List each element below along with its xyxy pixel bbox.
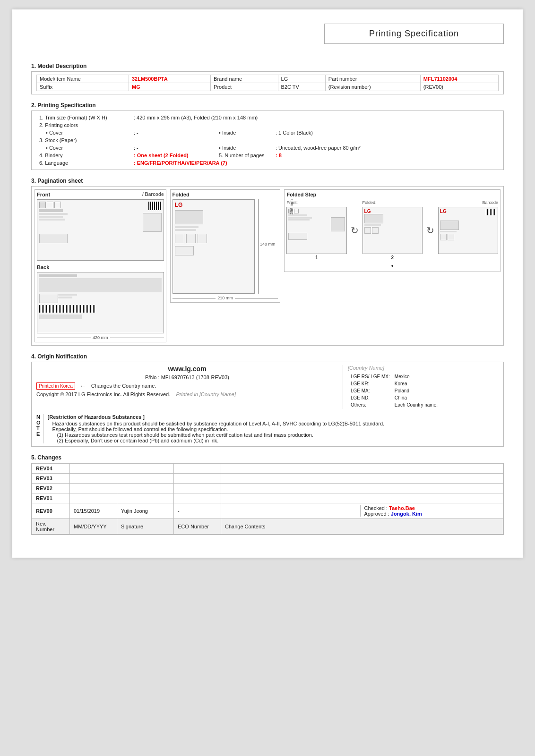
printed-line: Printed in Korea ← Changes the Country n…: [36, 382, 338, 390]
label: Brand name: [211, 75, 278, 83]
table-row: • Cover : - • Inside : Uncoated, wood-fr…: [36, 144, 499, 152]
value: (REV00): [420, 83, 498, 91]
rev00-signature: Yujin Jeong: [117, 503, 174, 519]
website: www.lg.com: [36, 365, 338, 373]
table-row: LGE ND: China: [349, 395, 440, 401]
value: B2C TV: [278, 83, 325, 91]
origin-right: [Country Name] LGE RS/ LGE MX: Mexico LG…: [343, 365, 499, 409]
spec-table: 1. Trim size (Format) (W X H) : 420 mm x…: [36, 114, 499, 167]
table-row: LGE MA: Poland: [349, 388, 440, 394]
front-page-content: [37, 200, 164, 245]
spec-value: : 8: [273, 152, 499, 159]
value: 32LM500BPTA: [129, 75, 210, 83]
approved-by: Jongok. Kim: [391, 511, 422, 517]
spec-value: : -: [131, 129, 216, 136]
rev00-checked-row: Checked : Taeho.Bae: [364, 505, 500, 511]
table-row: Model/Item Name 32LM500BPTA Brand name L…: [37, 75, 499, 83]
origin-main: www.lg.com P/No : MFL69707613 (1708-REV0…: [36, 365, 499, 409]
label: Model/Item Name: [37, 75, 129, 83]
country-code: LGE MA:: [349, 388, 392, 394]
note-letters: N O T E: [36, 414, 44, 443]
copyright: Copyright © 2017 LG Electronics Inc. All…: [36, 391, 170, 397]
table-row-footer: Rev. Number MM/DD/YYYY Signature ECO Num…: [32, 519, 503, 535]
table-row-rev04: REV04: [32, 464, 503, 474]
spec-value: : 420 mm x 296 mm (A3), Folded (210 mm x…: [131, 114, 499, 121]
country-code: Others:: [349, 402, 392, 408]
page-title: Printing Specification: [353, 29, 475, 39]
back-page-content: [37, 272, 164, 321]
spec-item: 1. Trim size (Format) (W X H): [36, 114, 131, 121]
label: Product: [211, 83, 278, 91]
country-code: LGE RS/ LGE MX:: [349, 374, 392, 380]
barcode-graphic: [148, 202, 162, 210]
rev00-approved-row: Approved : Jongok. Kim: [364, 511, 500, 517]
rev03-eco: [174, 474, 221, 484]
rev01-label: REV01: [32, 493, 70, 503]
note-n: N: [36, 414, 41, 420]
barcode-label: / Barcode: [142, 192, 164, 197]
printed-korea: Printed in Korea: [36, 382, 75, 390]
folded-label: Folded: [173, 192, 278, 197]
country-code: LGE KR:: [349, 381, 392, 387]
note-e: E: [36, 431, 41, 437]
step-number-1: 1: [286, 255, 346, 260]
rev04-signature: [117, 464, 174, 474]
country-name: China: [393, 395, 440, 401]
step2-page: LG: [362, 207, 423, 254]
spec-item: • Inside: [216, 144, 273, 152]
value: LG: [278, 75, 325, 83]
changes-table: REV04 REV03 REV02 REV01: [32, 463, 503, 535]
table-row: 3. Stock (Paper): [36, 136, 499, 144]
table-row: 1. Trim size (Format) (W X H) : 420 mm x…: [36, 114, 499, 121]
value: MFL71102004: [420, 75, 498, 83]
title-box: Printing Specification: [324, 24, 504, 44]
rev02-contents: [221, 484, 503, 493]
country-name: Each Country name.: [393, 402, 440, 408]
table-row: LGE RS/ LGE MX: Mexico: [349, 374, 440, 380]
spec-item: 6. Language: [36, 159, 131, 167]
rev04-eco: [174, 464, 221, 474]
spec-item: 2. Printing colors: [36, 121, 131, 129]
table-row: Suffix MG Product B2C TV (Revision numbe…: [37, 83, 499, 91]
section1-title: 1. Model Description: [31, 63, 504, 69]
checked-label: Checked :: [364, 505, 389, 511]
rev00-label: REV00: [32, 503, 70, 519]
footer-change-contents: Change Contents: [221, 519, 503, 535]
note-t: T: [36, 425, 41, 431]
step-number-2: 2: [362, 255, 423, 260]
table-row: LGE KR: Korea: [349, 381, 440, 387]
dim-210: 210 mm: [173, 296, 278, 300]
rev00-blank: [225, 505, 360, 517]
rev02-date: [70, 484, 117, 493]
section5-title: 5. Changes: [31, 454, 504, 461]
footer-signature: Signature: [117, 519, 174, 535]
rev02-eco: [174, 484, 221, 493]
country-name: Mexico: [393, 374, 440, 380]
note-content: [Restriction of Hazardous Substances ] H…: [48, 414, 499, 443]
section2-title: 2. Printing Specification: [31, 102, 504, 109]
note-line-1: Hazardous substances on this product sho…: [52, 421, 499, 426]
section3-title: 3. Pagination sheet: [31, 178, 504, 184]
note-line-3: (1) Hazardous substances test report sho…: [57, 432, 499, 438]
approved-label: Approved :: [364, 511, 391, 517]
step-front-label: Front:: [286, 200, 346, 205]
dim-296: 296 mm: [289, 199, 294, 215]
footer-rev-number: Rev. Number: [32, 519, 70, 535]
spec-item: 4. Bindery: [36, 152, 131, 159]
table-row-rev03: REV03: [32, 474, 503, 484]
back-label: Back: [37, 264, 164, 270]
spec-value: : Uncoated, wood-free paper 80 g/m²: [273, 144, 499, 152]
page: Printing Specification 1. Model Descript…: [12, 9, 523, 558]
country-name: Korea: [393, 381, 440, 387]
rev03-signature: [117, 474, 174, 484]
spec-value: : 1 Color (Black): [273, 129, 499, 136]
country-name: Poland: [393, 388, 440, 394]
spec-item: 5. Number of pages: [216, 152, 273, 159]
label: (Revision number): [325, 83, 420, 91]
country-name-header: [Country Name]: [348, 365, 499, 371]
label: Part number: [325, 75, 420, 83]
table-row-rev00: REV00 01/15/2019 Yujin Jeong - Checked :…: [32, 503, 503, 519]
rev03-label: REV03: [32, 474, 70, 484]
rev04-contents: [221, 464, 503, 474]
step3-barcode: [486, 209, 496, 215]
